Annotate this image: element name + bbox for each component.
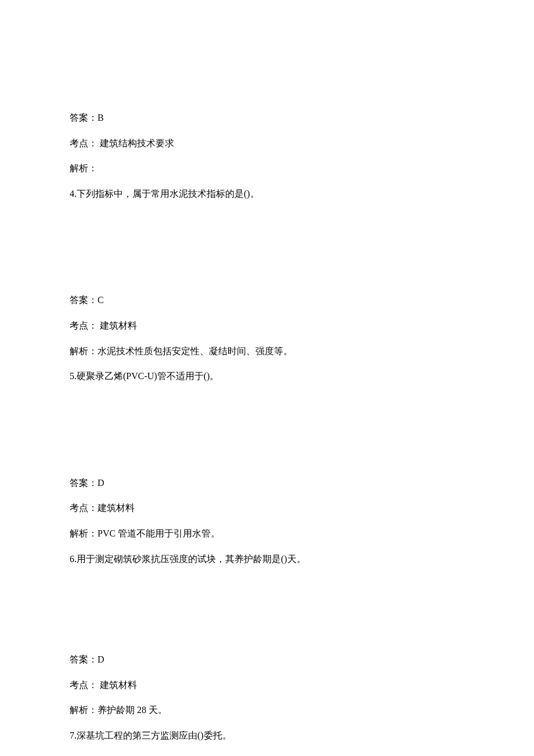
q3-analysis: 解析：	[70, 161, 464, 176]
answer-value: B	[98, 113, 104, 123]
answer-label: 答案：	[70, 478, 98, 488]
q5-point: 考点：建筑材料	[70, 501, 464, 516]
answer-label: 答案：	[70, 654, 98, 664]
q6-question: 6.用于测定砌筑砂浆抗压强度的试块，其养护龄期是()天。	[70, 552, 464, 567]
answer-label: 答案：	[70, 295, 98, 305]
point-label: 考点：	[70, 138, 98, 148]
spacer	[70, 211, 464, 293]
analysis-label: 解析：	[70, 705, 98, 715]
point-value: 建筑结构技术要求	[98, 138, 174, 148]
q3-point: 考点： 建筑结构技术要求	[70, 136, 464, 151]
q5-question: 5.硬聚录乙烯(PVC-U)管不适用于()。	[70, 369, 464, 384]
analysis-value: PVC 管道不能用于引用水管。	[98, 528, 220, 538]
point-label: 考点：	[70, 321, 98, 330]
q6-analysis: 解析：养护龄期 28 天。	[70, 703, 464, 718]
q4-analysis: 解析：水泥技术性质包括安定性、凝结时间、强度等。	[70, 344, 464, 359]
q6-answer: 答案：D	[70, 652, 464, 667]
point-label: 考点：	[70, 503, 98, 513]
analysis-value: 水泥技术性质包括安定性、凝结时间、强度等。	[98, 346, 293, 356]
q6-point: 考点： 建筑材料	[70, 678, 464, 693]
point-value: 建筑材料	[98, 321, 137, 330]
analysis-label: 解析：	[70, 346, 98, 356]
point-value: 建筑材料	[98, 503, 135, 513]
q4-point: 考点： 建筑材料	[70, 318, 464, 333]
point-value: 建筑材料	[98, 680, 137, 690]
q4-question: 4.下列指标中，属于常用水泥技术指标的是()。	[70, 186, 464, 201]
answer-value: D	[98, 478, 104, 488]
spacer	[70, 577, 464, 652]
q7-question: 7.深基坑工程的第三方监测应由()委托。	[70, 728, 464, 743]
answer-label: 答案：	[70, 113, 98, 123]
q4-answer: 答案：C	[70, 293, 464, 308]
q5-analysis: 解析：PVC 管道不能用于引用水管。	[70, 526, 464, 541]
point-label: 考点：	[70, 680, 98, 690]
q3-answer: 答案：B	[70, 110, 464, 125]
answer-value: C	[98, 295, 104, 305]
analysis-value: 养护龄期 28 天。	[98, 705, 167, 715]
q5-answer: 答案：D	[70, 476, 464, 491]
answer-value: D	[98, 654, 104, 664]
analysis-label: 解析：	[70, 528, 98, 538]
analysis-label: 解析：	[70, 163, 98, 173]
spacer	[70, 394, 464, 476]
